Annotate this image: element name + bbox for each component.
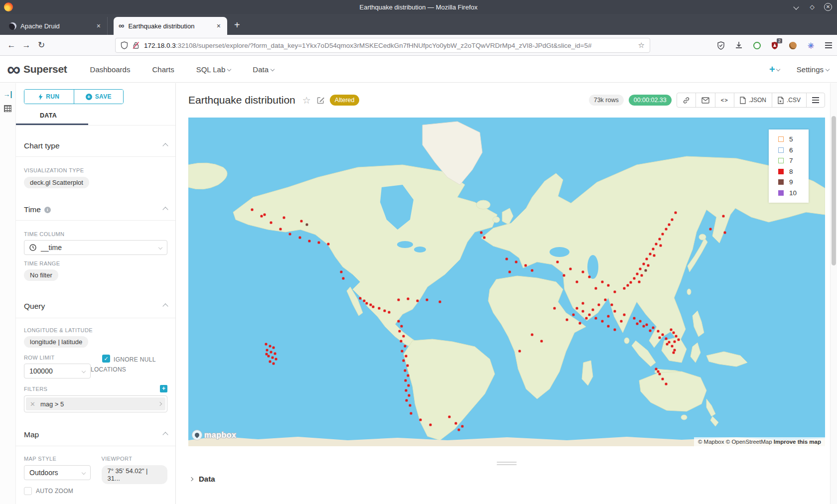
earthquake-point xyxy=(369,304,372,306)
export-json-button[interactable]: .JSON xyxy=(734,93,772,107)
legend-label: 10 xyxy=(789,189,797,197)
earthquake-point xyxy=(454,422,457,424)
scrollbar-thumb[interactable] xyxy=(832,116,836,265)
tab-earthquake-distribution[interactable]: ∞ Earthquake distribution × xyxy=(114,17,227,35)
time-column-select[interactable]: __time xyxy=(24,240,167,255)
export-csv-button[interactable]: .CSV xyxy=(772,93,807,107)
close-icon[interactable]: ✕ xyxy=(824,3,832,11)
viz-type-value[interactable]: deck.gl Scatterplot xyxy=(24,177,89,188)
downloads-icon[interactable] xyxy=(734,41,743,50)
earthquake-point xyxy=(531,269,534,271)
earthquake-point xyxy=(480,232,482,234)
adblock-shield-icon[interactable]: 2 xyxy=(770,41,779,50)
nav-item-dashboards[interactable]: Dashboards xyxy=(90,65,131,74)
earthquake-point xyxy=(642,262,645,265)
earthquake-point xyxy=(274,352,276,355)
earthquake-point xyxy=(675,335,677,337)
earthquake-point xyxy=(662,233,664,236)
plus-circle-icon: + xyxy=(86,94,92,100)
section-query[interactable]: Query xyxy=(24,302,167,311)
embed-code-button[interactable]: <> xyxy=(715,93,734,107)
minimize-icon[interactable] xyxy=(792,3,800,11)
earthquake-point xyxy=(646,323,648,326)
explore-control-panel: RUN + SAVE DATA Chart type VISUALIZATION… xyxy=(16,83,176,504)
legend-swatch-icon xyxy=(778,158,784,163)
section-time[interactable]: Timei xyxy=(24,205,167,214)
dataset-grid-icon[interactable] xyxy=(0,105,15,114)
chart-menu-button[interactable] xyxy=(807,93,825,107)
time-range-value[interactable]: No filter xyxy=(24,269,58,281)
mapbox-logo[interactable]: mapbox xyxy=(192,430,236,440)
insecure-lock-icon[interactable] xyxy=(132,41,140,49)
earthquake-point xyxy=(405,389,408,391)
section-map[interactable]: Map xyxy=(24,430,167,439)
earthquake-point xyxy=(404,370,406,372)
bookmark-star-icon[interactable]: ☆ xyxy=(638,41,645,50)
save-button[interactable]: + SAVE xyxy=(74,90,124,104)
earthquake-point xyxy=(406,365,409,367)
maximize-icon[interactable]: ◇ xyxy=(808,3,816,11)
email-button[interactable] xyxy=(696,93,715,107)
auto-zoom-label: AUTO ZOOM xyxy=(36,486,73,496)
earthquake-point xyxy=(582,302,584,304)
back-icon[interactable]: ← xyxy=(4,40,19,50)
earthquake-point xyxy=(601,320,603,323)
nav-item-sql-lab[interactable]: SQL Lab xyxy=(196,65,231,74)
earthquake-point xyxy=(644,269,647,271)
data-panel-header[interactable]: Data xyxy=(190,475,215,483)
earthquake-point xyxy=(509,271,511,273)
remove-filter-icon[interactable]: ✕ xyxy=(30,400,35,408)
improve-map-link[interactable]: Improve this map xyxy=(774,439,821,445)
extension-green-icon[interactable] xyxy=(752,41,761,50)
query-timer-badge: 00:00:02.33 xyxy=(629,95,672,106)
page-scrollbar[interactable] xyxy=(830,83,837,504)
viewport-value[interactable]: 7° 35' 54.02" | 31... xyxy=(102,465,167,484)
earthquake-point xyxy=(363,300,365,302)
tab-apache-druid[interactable]: Apache Druid × xyxy=(4,17,108,35)
row-limit-select[interactable]: 100000 xyxy=(24,364,91,378)
chevron-up-icon xyxy=(162,303,168,309)
tab-close-icon[interactable]: × xyxy=(215,22,222,30)
chevron-down-icon xyxy=(158,246,162,250)
new-tab-button[interactable]: + xyxy=(234,19,240,31)
tab-data[interactable]: DATA xyxy=(24,112,167,119)
tab-close-icon[interactable]: × xyxy=(95,22,102,30)
cookie-extension-icon[interactable] xyxy=(788,41,797,50)
earthquake-point xyxy=(649,329,651,332)
forward-icon[interactable]: → xyxy=(19,40,34,50)
lonlat-value[interactable]: longitude | latitude xyxy=(24,336,88,348)
time-column-label: TIME COLUMN xyxy=(24,231,167,237)
add-filter-button[interactable]: + xyxy=(160,385,167,392)
map-style-select[interactable]: Outdoors xyxy=(24,465,91,480)
settings-menu[interactable]: Settings xyxy=(797,65,829,74)
copy-link-button[interactable] xyxy=(677,93,696,107)
new-item-button[interactable]: + xyxy=(769,64,780,75)
favorite-star-icon[interactable]: ☆ xyxy=(302,95,311,106)
earthquake-point xyxy=(397,320,400,323)
protections-shield-icon[interactable] xyxy=(716,41,725,50)
browser-tabbar: Apache Druid × ∞ Earthquake distribution… xyxy=(0,14,837,35)
earthquake-point xyxy=(575,281,578,283)
filter-chip[interactable]: ✕ mag > 5 xyxy=(26,397,165,410)
legend-swatch-icon xyxy=(778,190,784,196)
earthquake-point xyxy=(410,412,413,415)
tracking-shield-icon[interactable] xyxy=(121,41,128,49)
url-bar[interactable]: 172.18.0.3:32108/superset/explore/?form_… xyxy=(115,38,650,53)
section-chart-type[interactable]: Chart type xyxy=(24,141,167,150)
run-button[interactable]: RUN xyxy=(24,90,74,104)
url-text[interactable]: 172.18.0.3:32108/superset/explore/?form_… xyxy=(144,42,634,49)
menu-hamburger-icon[interactable] xyxy=(824,41,833,50)
legend-label: 5 xyxy=(789,135,793,143)
earthquake-point xyxy=(607,284,610,286)
ignore-null-checkbox[interactable]: ✓ xyxy=(102,355,110,363)
auto-zoom-checkbox[interactable] xyxy=(24,487,32,495)
superset-logo[interactable]: ∞ Superset xyxy=(7,63,67,75)
panel-resize-handle[interactable] xyxy=(497,462,517,467)
reload-icon[interactable]: ↻ xyxy=(34,40,49,50)
colorful-extension-icon[interactable]: ✳ xyxy=(806,41,815,50)
deckgl-scatter-map[interactable]: 5678910 mapbox © Mapbox © OpenStreetMap … xyxy=(188,118,825,446)
edit-properties-icon[interactable] xyxy=(317,96,325,104)
collapse-panel-icon[interactable]: →| xyxy=(0,90,15,98)
nav-item-charts[interactable]: Charts xyxy=(152,65,174,74)
nav-item-data[interactable]: Data xyxy=(253,65,274,74)
